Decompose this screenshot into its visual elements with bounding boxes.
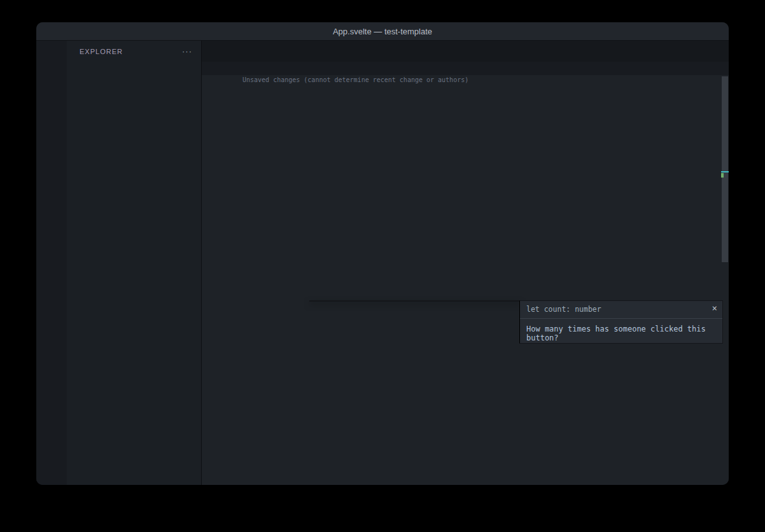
suggest-documentation: How many times has someone clicked this … [520,319,722,348]
screenshot-stage: App.svelte — test-template EXPLORER ··· [0,0,765,532]
overview-ruler-modified-mark [721,173,724,178]
sidebar-header: EXPLORER ··· [67,41,201,62]
titlebar: App.svelte — test-template [36,22,729,41]
gitlens-annotation: Unsaved changes (cannot determine recent… [242,76,468,83]
overview-ruler-cursor-mark [721,171,729,172]
explorer-sidebar: EXPLORER ··· [67,41,202,485]
tab-bar [202,41,729,62]
workspace-section-header[interactable] [67,62,201,76]
code-editor[interactable]: Unsaved changes (cannot determine recent… [202,75,729,485]
editor-scrollbar[interactable] [721,75,729,485]
scrollbar-thumb[interactable] [722,76,728,262]
vscode-window: App.svelte — test-template EXPLORER ··· [36,22,729,485]
close-icon[interactable]: × [712,303,717,313]
sidebar-title: EXPLORER [80,48,123,55]
intellisense-suggest-widget [309,300,521,302]
window-title: App.svelte — test-template [36,27,729,36]
breadcrumb [202,62,729,75]
suggest-details-panel: × let count: number How many times has s… [519,300,723,344]
more-actions-icon[interactable]: ··· [182,46,192,56]
editor-column: Unsaved changes (cannot determine recent… [202,41,729,485]
suggest-signature: let count: number [520,301,722,319]
activity-bar [36,41,67,485]
